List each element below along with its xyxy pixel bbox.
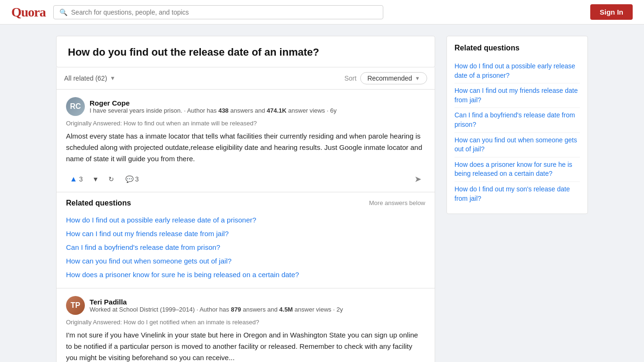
search-bar: 🔍 [53,5,383,19]
downvote-button[interactable]: ▼ [89,173,103,185]
related-link-3[interactable]: Can I find a boyfriend's release date fr… [66,240,425,254]
bio2-suffix: answer views · 2y [293,306,343,313]
answer-text-2: I'm not sure if you have Vinelink in you… [66,329,425,362]
related-inline-header: Related questions More answers below [66,199,425,207]
answers-count: 438 [218,107,229,114]
question-card: How do you find out the release date of … [56,36,435,67]
author-bio: I have several years inside prison. · Au… [90,107,337,114]
answer-card-1: RC Roger Cope I have several years insid… [56,90,435,192]
orig-answered: Originally Answered: How to find out whe… [66,120,425,127]
sign-in-button[interactable]: Sign In [590,4,633,20]
avatar-roger: RC [66,97,85,116]
quora-logo[interactable]: Quora [11,5,46,20]
bio-suffix: answer views · 6y [287,107,337,114]
sort-section: Sort Recommended ▼ [344,72,427,84]
all-related-label: All related (62) [64,74,107,82]
upvote-button[interactable]: ▲ 3 [66,173,87,185]
sidebar-link-6[interactable]: How do I find out my son's release date … [454,182,580,206]
author-info-2: Teri Padilla Worked at School District (… [90,298,343,313]
author-name[interactable]: Roger Cope [90,99,337,107]
vote-row: ▲ 3 ▼ ↻ 💬 3 ➤ [66,169,425,186]
sidebar-title: Related questions [454,44,580,52]
sidebar-link-2[interactable]: How can I find out my friends release da… [454,83,580,108]
share-button[interactable]: ➤ [411,172,425,186]
sort-dropdown[interactable]: Recommended ▼ [360,72,427,84]
sidebar-link-3[interactable]: Can I find a boyfriend's release date fr… [454,108,580,132]
sidebar-link-1[interactable]: How do I find out a possible early relea… [454,59,580,83]
bio2-middle: answers and [241,306,279,313]
all-related-filter[interactable]: All related (62) ▼ [64,74,116,82]
reshare-icon: ↻ [108,175,114,183]
comment-count: 3 [135,175,139,183]
share-icon: ➤ [414,174,421,184]
related-link-4[interactable]: How can you find out when someone gets o… [66,254,425,268]
chevron-down-icon: ▼ [110,75,116,82]
comment-icon: 💬 [125,175,133,183]
answer-card-2: TP Teri Padilla Worked at School Distric… [56,288,435,362]
recommended-label: Recommended [367,74,412,82]
bio-prefix: I have several years inside prison. · Au… [90,107,218,114]
sort-label: Sort [344,74,356,82]
header: Quora 🔍 Sign In [0,0,644,25]
right-sidebar: Related questions How do I find out a po… [446,36,588,214]
author-row-2: TP Teri Padilla Worked at School Distric… [66,296,425,315]
views-count: 474.1K [267,107,287,114]
reshare-button[interactable]: ↻ [105,173,118,185]
answer-text: Almost every state has a inmate locator … [66,131,425,165]
search-icon: 🔍 [59,8,67,16]
answers2-count: 879 [231,306,241,313]
bio-middle: answers and [229,107,267,114]
upvote-icon: ▲ [70,175,77,183]
related-inline-title: Related questions [66,199,131,207]
chevron-down-icon: ▼ [415,75,420,81]
author-bio-2: Worked at School District (1999–2014) · … [90,306,343,313]
views2-count: 4.5M [279,306,293,313]
related-link-5[interactable]: How does a prisoner know for sure he is … [66,268,425,281]
question-title: How do you find out the release date of … [68,46,423,59]
more-answers-label: More answers below [369,199,425,206]
sidebar-card: Related questions How do I find out a po… [446,36,588,214]
search-input[interactable] [71,8,377,16]
downvote-icon: ▼ [92,175,99,183]
author-row: RC Roger Cope I have several years insid… [66,97,425,116]
upvote-count: 3 [79,175,83,183]
sidebar-link-4[interactable]: How can you find out when someone gets o… [454,133,580,157]
orig-answered-2: Originally Answered: How do I get notifi… [66,319,425,326]
main-container: How do you find out the release date of … [49,36,595,362]
related-link-2[interactable]: How can I find out my friends release da… [66,227,425,240]
related-link-1[interactable]: How do I find out a possible early relea… [66,213,425,227]
left-column: How do you find out the release date of … [56,36,435,362]
related-inline-card: Related questions More answers below How… [56,192,435,288]
sidebar-link-5[interactable]: How does a prisoner know for sure he is … [454,157,580,182]
filter-bar: All related (62) ▼ Sort Recommended ▼ [56,67,435,90]
header-right: Sign In [590,4,633,20]
bio2-prefix: Worked at School District (1999–2014) · … [90,306,231,313]
author-info: Roger Cope I have several years inside p… [90,99,337,114]
comment-button[interactable]: 💬 3 [122,173,143,185]
avatar-teri: TP [66,296,85,315]
author-name-2[interactable]: Teri Padilla [90,298,343,306]
